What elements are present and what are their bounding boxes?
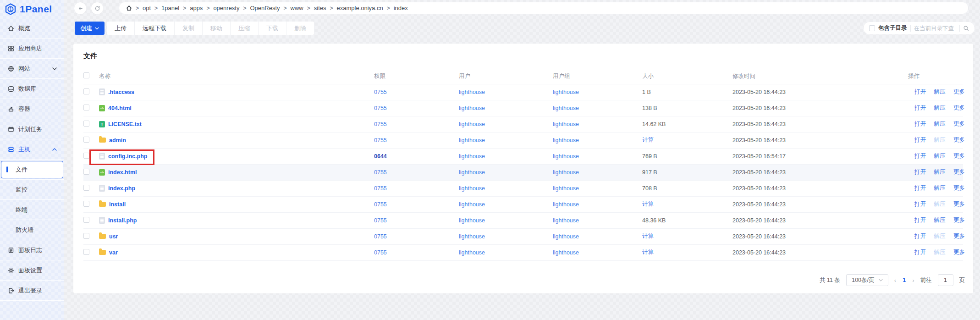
sidebar-item-host[interactable]: 主机 [0, 139, 64, 160]
open-action[interactable]: 打开 [914, 233, 926, 239]
file-name-link[interactable]: usr [109, 233, 118, 240]
open-action[interactable]: 打开 [914, 105, 926, 111]
extract-action[interactable]: 解压 [934, 121, 945, 127]
permission-link[interactable]: 0755 [374, 169, 387, 176]
compress-button[interactable]: 压缩 [230, 22, 258, 35]
home-breadcrumb-icon[interactable] [126, 5, 132, 11]
row-checkbox[interactable] [83, 153, 89, 159]
row-checkbox[interactable] [83, 201, 89, 207]
sidebar-item-container[interactable]: 容器 [0, 99, 64, 119]
include-subdir-checkbox[interactable] [869, 25, 875, 31]
open-action[interactable]: 打开 [914, 137, 926, 143]
sidebar-subitem-terminal[interactable]: 终端 [0, 200, 64, 220]
group-link[interactable]: lighthouse [553, 121, 579, 127]
extract-action[interactable]: 解压 [934, 88, 945, 95]
group-link[interactable]: lighthouse [553, 201, 579, 208]
select-all-checkbox[interactable] [83, 72, 89, 78]
breadcrumb-item[interactable]: opt [143, 5, 151, 11]
more-action[interactable]: 更多 [953, 169, 965, 175]
permission-link[interactable]: 0755 [374, 105, 387, 111]
open-action[interactable]: 打开 [914, 88, 926, 95]
row-checkbox[interactable] [83, 169, 89, 175]
more-action[interactable]: 更多 [953, 121, 965, 127]
user-link[interactable]: lighthouse [459, 217, 485, 224]
breadcrumb-item[interactable]: openresty [213, 5, 239, 11]
back-button[interactable] [74, 2, 86, 14]
sidebar-item-database[interactable]: 数据库 [0, 79, 64, 99]
breadcrumb-item[interactable]: apps [190, 5, 203, 11]
more-action[interactable]: 更多 [953, 185, 965, 191]
open-action[interactable]: 打开 [914, 153, 926, 159]
prev-page-button[interactable]: ‹ [894, 277, 896, 284]
open-action[interactable]: 打开 [914, 201, 926, 207]
row-checkbox[interactable] [83, 185, 89, 191]
sidebar-item-panel-logs[interactable]: 面板日志 [0, 240, 64, 260]
more-action[interactable]: 更多 [953, 105, 965, 111]
delete-button[interactable]: 删除 [286, 22, 314, 35]
next-page-button[interactable]: › [912, 277, 914, 284]
permission-link[interactable]: 0755 [374, 233, 387, 240]
row-checkbox[interactable] [83, 233, 89, 239]
file-name-link[interactable]: index.php [108, 185, 135, 192]
more-action[interactable]: 更多 [953, 153, 965, 159]
open-action[interactable]: 打开 [914, 249, 926, 255]
header-name[interactable]: 名称 [99, 69, 374, 84]
extract-action[interactable]: 解压 [934, 201, 945, 207]
file-name-link[interactable]: config.inc.php [108, 153, 147, 160]
extract-action[interactable]: 解压 [934, 169, 945, 175]
user-link[interactable]: lighthouse [459, 121, 485, 127]
sidebar-item-panel-settings[interactable]: 面板设置 [0, 260, 64, 281]
brand-logo[interactable]: 1 1Panel [0, 0, 64, 18]
user-link[interactable]: lighthouse [459, 105, 485, 111]
user-link[interactable]: lighthouse [459, 137, 485, 143]
file-name-link[interactable]: LICENSE.txt [108, 121, 142, 127]
file-name-link[interactable]: var [109, 249, 118, 256]
file-name-link[interactable]: index.html [108, 169, 137, 176]
more-action[interactable]: 更多 [953, 88, 965, 95]
search-input[interactable] [914, 25, 956, 32]
more-action[interactable]: 更多 [953, 217, 965, 223]
extract-action[interactable]: 解压 [934, 249, 945, 255]
file-name-link[interactable]: .htaccess [108, 89, 134, 95]
open-action[interactable]: 打开 [914, 169, 926, 175]
file-name-link[interactable]: admin [109, 137, 126, 143]
header-mtime[interactable]: 修改时间 [732, 69, 908, 84]
breadcrumb-item[interactable]: index [394, 5, 408, 11]
permission-link[interactable]: 0755 [374, 185, 387, 192]
goto-page-input[interactable] [938, 274, 953, 286]
permission-link[interactable]: 0755 [374, 137, 387, 143]
extract-action[interactable]: 解压 [934, 233, 945, 239]
sidebar-item-overview[interactable]: 概览 [0, 18, 64, 39]
remote-download-button[interactable]: 远程下载 [134, 22, 174, 35]
extract-action[interactable]: 解压 [934, 153, 945, 159]
extract-action[interactable]: 解压 [934, 137, 945, 143]
search-icon[interactable] [963, 25, 969, 31]
download-button[interactable]: 下载 [258, 22, 286, 35]
more-action[interactable]: 更多 [953, 137, 965, 143]
sidebar-subitem-firewall[interactable]: 防火墙 [0, 220, 64, 240]
user-link[interactable]: lighthouse [459, 201, 485, 208]
permission-link[interactable]: 0755 [374, 249, 387, 256]
sidebar-item-logout[interactable]: 退出登录 [0, 281, 64, 301]
user-link[interactable]: lighthouse [459, 89, 485, 95]
calculate-size-link[interactable]: 计算 [642, 249, 654, 255]
group-link[interactable]: lighthouse [553, 153, 579, 160]
user-link[interactable]: lighthouse [459, 185, 485, 192]
user-link[interactable]: lighthouse [459, 169, 485, 176]
extract-action[interactable]: 解压 [934, 217, 945, 223]
permission-link[interactable]: 0755 [374, 121, 387, 127]
file-name-link[interactable]: install [109, 201, 126, 208]
row-checkbox[interactable] [83, 121, 89, 127]
row-checkbox[interactable] [83, 217, 89, 223]
extract-action[interactable]: 解压 [934, 185, 945, 191]
user-link[interactable]: lighthouse [459, 153, 485, 160]
calculate-size-link[interactable]: 计算 [642, 137, 654, 143]
header-size[interactable]: 大小 [642, 69, 732, 84]
permission-link[interactable]: 0644 [374, 153, 387, 160]
group-link[interactable]: lighthouse [553, 233, 579, 240]
upload-button[interactable]: 上传 [107, 22, 134, 35]
group-link[interactable]: lighthouse [553, 105, 579, 111]
row-checkbox[interactable] [83, 105, 89, 110]
file-name-link[interactable]: install.php [108, 217, 137, 224]
permission-link[interactable]: 0755 [374, 201, 387, 208]
